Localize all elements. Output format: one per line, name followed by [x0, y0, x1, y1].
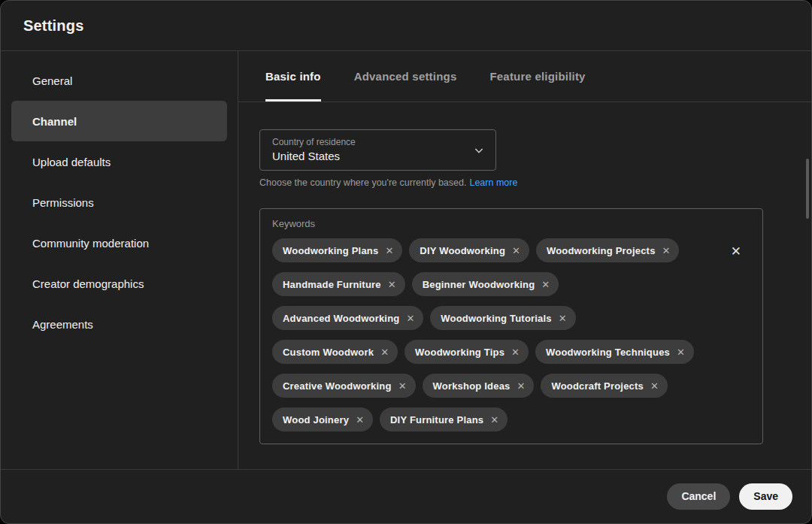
keyword-chip: Woodworking Tips✕	[404, 340, 529, 364]
tab-feature-eligibility[interactable]: Feature eligibility	[489, 51, 585, 101]
sidebar-item-label: Creator demographics	[32, 277, 144, 290]
keyword-chip: Woodworking Tutorials✕	[430, 306, 575, 330]
tab-advanced-settings[interactable]: Advanced settings	[354, 51, 457, 101]
settings-sidebar: General Channel Upload defaults Permissi…	[1, 51, 238, 469]
basic-info-panel: Country of residence United States Choos…	[238, 102, 811, 469]
scrollbar-thumb[interactable]	[806, 159, 809, 219]
keywords-field-label: Keywords	[272, 218, 750, 229]
remove-keyword-icon[interactable]: ✕	[517, 380, 526, 392]
country-field-label: Country of residence	[272, 137, 483, 147]
remove-keyword-icon[interactable]: ✕	[559, 313, 567, 324]
remove-keyword-icon[interactable]: ✕	[490, 414, 498, 426]
keyword-chip: Workshop Ideas✕	[423, 374, 535, 398]
keyword-chip: Beginner Woodworking✕	[412, 272, 559, 296]
keyword-chip-label: Woodworking Techniques	[546, 347, 670, 358]
keyword-chip: Woodworking Techniques✕	[535, 340, 694, 364]
sidebar-item-label: General	[32, 74, 72, 87]
keyword-chip-label: Woodworking Tips	[415, 347, 504, 358]
dialog-footer: Cancel Save	[1, 469, 811, 522]
learn-more-link[interactable]: Learn more	[469, 177, 517, 188]
remove-keyword-icon[interactable]: ✕	[380, 347, 389, 358]
page-title: Settings	[23, 17, 84, 35]
keyword-chip-label: Custom Woodwork	[283, 347, 374, 358]
remove-keyword-icon[interactable]: ✕	[512, 245, 520, 256]
keyword-chip-label: Creative Woodworking	[283, 380, 392, 392]
remove-keyword-icon[interactable]: ✕	[511, 347, 520, 358]
keyword-chip-label: DIY Furniture Plans	[390, 414, 483, 426]
remove-keyword-icon[interactable]: ✕	[398, 380, 407, 392]
dialog-body: General Channel Upload defaults Permissi…	[1, 51, 811, 469]
remove-keyword-icon[interactable]: ✕	[388, 279, 396, 290]
sidebar-item-upload-defaults[interactable]: Upload defaults	[11, 141, 227, 182]
clear-keywords-icon[interactable]: ✕	[731, 244, 741, 259]
tab-basic-info[interactable]: Basic info	[265, 51, 321, 101]
sidebar-item-creator-demographics[interactable]: Creator demographics	[11, 263, 227, 304]
keyword-chip: Creative Woodworking✕	[272, 374, 416, 398]
keywords-field[interactable]: Keywords Woodworking Plans✕ DIY Woodwork…	[259, 208, 763, 444]
keyword-chip: DIY Woodworking✕	[409, 238, 529, 262]
keyword-chip: Custom Woodwork✕	[272, 340, 398, 364]
country-field-value: United States	[272, 150, 483, 162]
sidebar-item-label: Upload defaults	[32, 156, 111, 168]
keyword-chip-label: Woodworking Projects	[547, 245, 656, 256]
keyword-chip-list: Woodworking Plans✕ DIY Woodworking✕ Wood…	[272, 238, 695, 432]
keyword-chip: Handmade Furniture✕	[272, 272, 405, 296]
tab-bar: Basic info Advanced settings Feature eli…	[238, 51, 811, 102]
sidebar-item-label: Agreements	[32, 318, 93, 331]
remove-keyword-icon[interactable]: ✕	[385, 245, 393, 256]
remove-keyword-icon[interactable]: ✕	[541, 279, 550, 290]
keyword-chip-label: Handmade Furniture	[283, 279, 381, 290]
remove-keyword-icon[interactable]: ✕	[677, 347, 685, 358]
channel-settings-content: Basic info Advanced settings Feature eli…	[238, 51, 811, 469]
keyword-chip-label: Woodcraft Projects	[551, 380, 644, 392]
keyword-chip-label: Woodworking Plans	[283, 245, 378, 256]
country-of-residence-dropdown[interactable]: Country of residence United States	[259, 129, 496, 171]
keyword-chip: Advanced Woodworking✕	[272, 306, 423, 330]
sidebar-item-general[interactable]: General	[11, 60, 227, 101]
country-helper-text-body: Choose the country where you're currentl…	[259, 177, 466, 188]
sidebar-item-label: Community moderation	[32, 237, 149, 250]
country-helper-text: Choose the country where you're currentl…	[259, 177, 811, 188]
keyword-chip: Wood Joinery✕	[272, 407, 373, 432]
keyword-chip-label: Woodworking Tutorials	[441, 313, 551, 324]
keyword-chip-label: Wood Joinery	[283, 414, 349, 426]
remove-keyword-icon[interactable]: ✕	[406, 313, 414, 324]
keyword-chip: Woodworking Plans✕	[272, 238, 402, 262]
sidebar-item-channel[interactable]: Channel	[11, 101, 227, 141]
keyword-chip-label: Workshop Ideas	[433, 380, 511, 392]
remove-keyword-icon[interactable]: ✕	[356, 414, 364, 426]
sidebar-item-permissions[interactable]: Permissions	[11, 182, 227, 223]
settings-dialog: Settings General Channel Upload defaults…	[0, 0, 812, 524]
keyword-chip: Woodworking Projects✕	[536, 238, 680, 262]
sidebar-item-agreements[interactable]: Agreements	[11, 304, 227, 344]
sidebar-item-label: Channel	[32, 115, 77, 128]
keyword-chip: DIY Furniture Plans✕	[380, 407, 508, 432]
sidebar-item-community-moderation[interactable]: Community moderation	[11, 223, 227, 263]
keyword-chip-label: Beginner Woodworking	[423, 279, 535, 290]
remove-keyword-icon[interactable]: ✕	[662, 245, 671, 256]
keyword-chip-label: Advanced Woodworking	[283, 313, 399, 324]
sidebar-item-label: Permissions	[32, 196, 94, 209]
save-button[interactable]: Save	[739, 483, 792, 510]
dialog-header: Settings	[1, 1, 811, 51]
chevron-down-icon	[473, 144, 485, 156]
keyword-chip: Woodcraft Projects✕	[541, 374, 667, 398]
cancel-button[interactable]: Cancel	[667, 483, 730, 510]
keyword-chip-label: DIY Woodworking	[420, 245, 505, 256]
remove-keyword-icon[interactable]: ✕	[650, 380, 659, 392]
